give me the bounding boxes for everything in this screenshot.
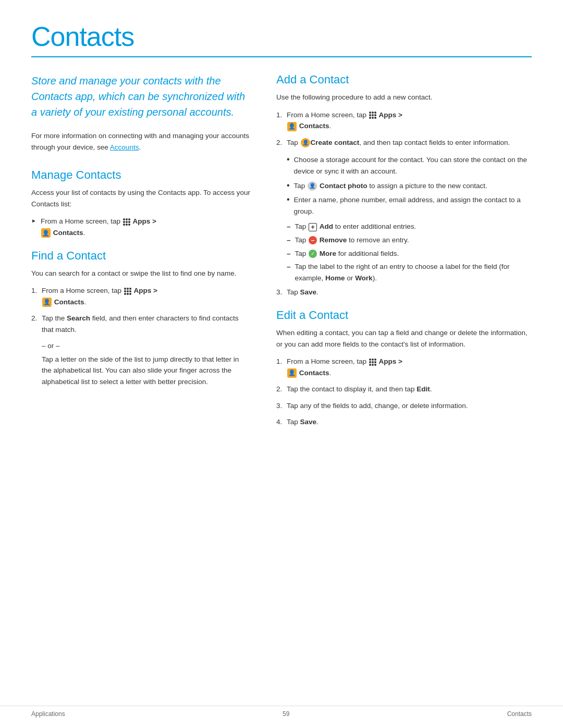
add-step-3: 3. Tap Save. <box>276 287 532 298</box>
add-contact-heading: Add a Contact <box>276 73 532 87</box>
bullet-2: • Tap 👤 Contact photo to assign a pictur… <box>287 180 532 192</box>
find-contact-heading: Find a Contact <box>31 249 250 263</box>
manage-contacts-body: Access your list of contacts by using th… <box>31 187 250 209</box>
manage-contacts-step: ► From a Home screen, tap Apps > 👤 Conta… <box>31 216 250 238</box>
manage-contacts-heading: Manage Contacts <box>31 168 250 182</box>
edit-step-4: 4. Tap Save. <box>276 416 532 428</box>
apps-grid-icon <box>124 288 131 295</box>
apps-grid-icon <box>369 359 376 366</box>
or-body: Tap a letter on the side of the list to … <box>42 354 250 388</box>
find-contact-section: Find a Contact You can search for a cont… <box>31 249 250 388</box>
footer-left: Applications <box>31 710 65 718</box>
triangle-icon: ► <box>31 217 36 225</box>
contacts-icon: 👤 <box>41 228 51 238</box>
edit-contact-section: Edit a Contact When editing a contact, y… <box>276 309 532 428</box>
create-contact-icon: 👤 <box>301 138 310 147</box>
title-divider <box>31 56 532 57</box>
plus-icon: + <box>309 223 317 231</box>
find-contact-list: 1. From a Home screen, tap Apps > 👤 <box>31 285 250 335</box>
find-step-1: 1. From a Home screen, tap Apps > 👤 <box>31 285 250 307</box>
bullet-3: • Enter a name, phone number, email addr… <box>287 194 532 217</box>
add-contact-list: 1. From a Home screen, tap Apps > 👤 <box>276 109 532 149</box>
apps-grid-icon <box>123 218 130 226</box>
footer-center: 59 <box>283 710 289 718</box>
intro-body: For more information on connecting with … <box>31 130 250 153</box>
dash-3: – Tap ✓ More for additional fields. <box>287 248 532 260</box>
edit-contact-list: 1. From a Home screen, tap Apps > 👤 <box>276 356 532 428</box>
bullet-1: • Choose a storage account for the conta… <box>287 154 532 177</box>
add-step-2: 2. Tap 👤Create contact, and then tap con… <box>276 137 532 149</box>
find-step-2: 2. Tap the Search field, and then enter … <box>31 313 250 335</box>
edit-step-2: 2. Tap the contact to display it, and th… <box>276 384 532 395</box>
accounts-link[interactable]: Accounts <box>110 143 139 151</box>
intro-text: Store and manage your contacts with the … <box>31 73 250 120</box>
more-icon: ✓ <box>309 250 317 258</box>
footer-right: Contacts <box>507 710 532 718</box>
edit-contact-body: When editing a contact, you can tap a fi… <box>276 327 532 350</box>
add-contact-step3: 3. Tap Save. <box>276 287 532 298</box>
minus-icon: – <box>309 236 317 244</box>
edit-step-3: 3. Tap any of the fields to add, change,… <box>276 400 532 412</box>
add-contact-section: Add a Contact Use the following procedur… <box>276 73 532 298</box>
add-contact-dashes: – Tap + Add to enter additional entries.… <box>287 221 532 283</box>
contact-photo-icon: 👤 <box>308 181 317 191</box>
edit-step-1: 1. From a Home screen, tap Apps > 👤 <box>276 356 532 378</box>
find-contact-body: You can search for a contact or swipe th… <box>31 268 250 279</box>
apps-grid-icon <box>369 112 376 119</box>
contacts-icon: 👤 <box>287 368 297 378</box>
footer: Applications 59 Contacts <box>0 706 563 718</box>
add-contact-bullets: • Choose a storage account for the conta… <box>287 154 532 217</box>
edit-contact-heading: Edit a Contact <box>276 309 532 322</box>
contacts-icon: 👤 <box>42 298 52 307</box>
or-divider: – or – <box>42 342 250 350</box>
page-title: Contacts <box>31 21 532 52</box>
contacts-icon: 👤 <box>287 122 297 131</box>
dash-4: – Tap the label to the right of an entry… <box>287 261 532 283</box>
dash-1: – Tap + Add to enter additional entries. <box>287 221 532 232</box>
manage-contacts-section: Manage Contacts Access your list of cont… <box>31 168 250 238</box>
dash-2: – Tap – Remove to remove an entry. <box>287 235 532 246</box>
add-contact-body: Use the following procedure to add a new… <box>276 92 532 103</box>
add-step-1: 1. From a Home screen, tap Apps > 👤 <box>276 109 532 132</box>
